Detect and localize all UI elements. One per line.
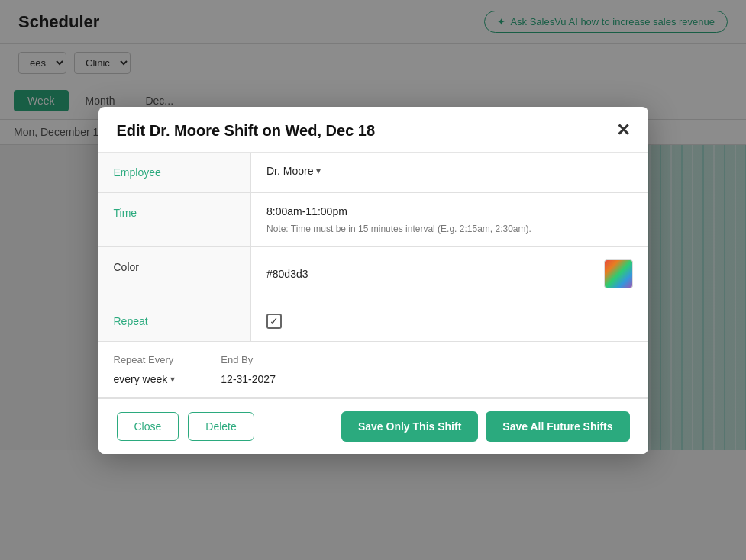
time-value: 8:00am-11:00pm — [266, 205, 633, 217]
repeat-row: Repeat ✓ — [98, 301, 648, 341]
repeat-every-dropdown[interactable]: every week ▾ — [114, 373, 176, 385]
repeat-every-col: Repeat Every every week ▾ — [114, 354, 176, 385]
time-note: Note: Time must be in 15 minutes interva… — [266, 224, 633, 234]
end-by-value: 12-31-2027 — [221, 373, 276, 385]
footer-left-buttons: Close Delete — [117, 412, 254, 441]
repeat-every-label: Repeat Every — [114, 354, 176, 365]
end-by-label: End By — [221, 354, 276, 365]
time-label: Time — [98, 192, 251, 246]
save-all-future-shifts-button[interactable]: Save All Future Shifts — [486, 411, 629, 442]
repeat-checkbox[interactable]: ✓ — [266, 314, 282, 329]
color-row-content: #80d3d3 — [266, 259, 633, 288]
end-by-col: End By 12-31-2027 — [221, 354, 276, 385]
color-hex-value: #80d3d3 — [266, 268, 308, 280]
employee-row: Employee Dr. Moore ▾ — [98, 153, 648, 193]
color-swatch[interactable] — [604, 259, 633, 288]
save-only-this-shift-button[interactable]: Save Only This Shift — [341, 411, 478, 442]
footer-right-buttons: Save Only This Shift Save All Future Shi… — [341, 411, 630, 442]
close-icon[interactable]: ✕ — [616, 122, 630, 139]
employee-name: Dr. Moore — [266, 165, 313, 177]
edit-shift-modal: Edit Dr. Moore Shift on Wed, Dec 18 ✕ Em… — [98, 107, 648, 454]
employee-dropdown[interactable]: Dr. Moore ▾ — [266, 165, 633, 177]
repeat-details-cell: Repeat Every every week ▾ End By 12-31-2… — [98, 341, 648, 397]
repeat-details: Repeat Every every week ▾ End By 12-31-2… — [98, 342, 648, 397]
modal-title: Edit Dr. Moore Shift on Wed, Dec 18 — [117, 122, 376, 140]
modal-header: Edit Dr. Moore Shift on Wed, Dec 18 ✕ — [98, 107, 648, 153]
repeat-every-arrow: ▾ — [170, 374, 175, 385]
employee-dropdown-arrow: ▾ — [316, 166, 321, 176]
delete-button[interactable]: Delete — [188, 412, 254, 441]
color-row: Color #80d3d3 — [98, 246, 648, 301]
employee-value-cell: Dr. Moore ▾ — [251, 153, 648, 193]
repeat-value-cell: ✓ — [251, 301, 648, 341]
modal-overlay: Edit Dr. Moore Shift on Wed, Dec 18 ✕ Em… — [0, 0, 746, 560]
repeat-checkbox-container: ✓ — [266, 314, 633, 329]
repeat-label: Repeat — [98, 301, 251, 341]
close-button[interactable]: Close — [117, 412, 179, 441]
repeat-details-row: Repeat Every every week ▾ End By 12-31-2… — [98, 341, 648, 397]
form-table: Employee Dr. Moore ▾ Time 8:00am-11:00pm… — [98, 153, 648, 398]
time-row: Time 8:00am-11:00pm Note: Time must be i… — [98, 192, 648, 246]
modal-body: Employee Dr. Moore ▾ Time 8:00am-11:00pm… — [98, 153, 648, 398]
color-value-cell: #80d3d3 — [251, 246, 648, 301]
repeat-every-value: every week — [114, 373, 168, 385]
color-label: Color — [98, 246, 251, 301]
employee-label: Employee — [98, 153, 251, 193]
modal-footer: Close Delete Save Only This Shift Save A… — [98, 398, 648, 454]
time-value-cell: 8:00am-11:00pm Note: Time must be in 15 … — [251, 192, 648, 246]
